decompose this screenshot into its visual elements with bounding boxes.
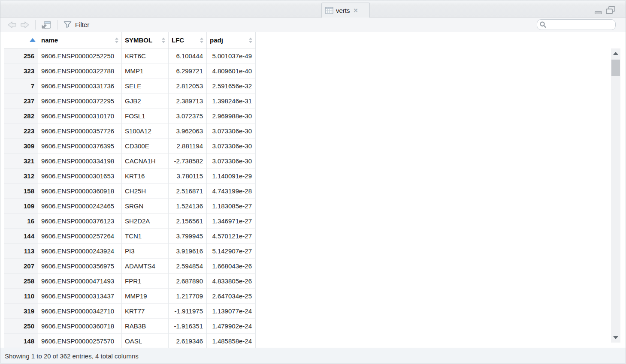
status-text: Showing 1 to 20 of 362 entries, 4 total … [5, 352, 139, 360]
cell-row-number: 282 [4, 108, 38, 123]
cell-row-number: 309 [4, 138, 38, 153]
column-header-lfc[interactable]: LFC [169, 32, 207, 48]
cell-row-number: 312 [4, 168, 38, 183]
sort-icon[interactable] [200, 37, 203, 43]
cell-lfc: 3.962063 [169, 123, 207, 138]
cell-row-number: 7 [4, 78, 38, 93]
scroll-down-icon[interactable] [613, 336, 618, 339]
table-icon [325, 7, 333, 14]
cell-row-number: 16 [4, 214, 38, 228]
table-row: 169606.ENSP00000376123SH2D2A2.1565611.34… [4, 214, 256, 229]
cell-lfc: 1.217709 [169, 289, 207, 303]
cell-symbol: PI3 [122, 244, 169, 258]
cell-name: 9606.ENSP00000243924 [38, 244, 122, 258]
cell-padj: 4.833805e-26 [207, 274, 256, 288]
cell-row-number: 323 [4, 63, 38, 78]
maximize-icon[interactable] [605, 6, 616, 15]
table-row: 3239606.ENSP00000322788MMP16.2997214.809… [4, 63, 256, 78]
vertical-scrollbar[interactable] [611, 48, 620, 343]
cell-row-number: 223 [4, 123, 38, 138]
cell-name: 9606.ENSP00000357726 [38, 123, 122, 138]
toolbar-separator [35, 20, 36, 30]
column-header-name[interactable]: name [38, 32, 122, 48]
table-row: 2569606.ENSP00000252250KRT6C6.1004445.00… [4, 48, 256, 63]
tab-verts[interactable]: verts ✕ [321, 3, 370, 18]
cell-name: 9606.ENSP00000257570 [38, 334, 122, 348]
table-row: 1489606.ENSP00000257570OASL2.6193461.485… [4, 334, 256, 348]
table-area: name SYMBOL LFC padj 2569606.ENSP0000025… [0, 32, 626, 348]
cell-symbol: CACNA1H [122, 153, 169, 168]
cell-name: 9606.ENSP00000360718 [38, 319, 122, 333]
cell-symbol: KRT77 [122, 304, 169, 318]
cell-name: 9606.ENSP00000313437 [38, 289, 122, 303]
table-row: 3099606.ENSP00000376395CD300E2.8811943.0… [4, 138, 256, 153]
cell-name: 9606.ENSP00000334198 [38, 153, 122, 168]
sort-icon[interactable] [162, 37, 165, 43]
toolbar-separator [57, 20, 57, 30]
forward-icon [20, 21, 30, 29]
cell-symbol: FOSL1 [122, 108, 169, 123]
table-row: 2589606.ENSP00000471493FPR12.6878904.833… [4, 274, 256, 289]
back-button[interactable] [6, 20, 18, 30]
cell-padj: 1.140091e-29 [207, 168, 256, 183]
cell-padj: 1.485858e-24 [207, 334, 256, 348]
column-label: name [41, 36, 58, 44]
cell-padj: 4.743199e-28 [207, 184, 256, 198]
cell-lfc: 1.524136 [169, 199, 207, 213]
column-header-symbol[interactable]: SYMBOL [122, 32, 169, 48]
filter-label: Filter [75, 21, 89, 28]
search-input[interactable] [548, 21, 613, 28]
cell-symbol: KRT16 [122, 168, 169, 183]
close-icon[interactable]: ✕ [354, 8, 358, 13]
forward-button[interactable] [18, 20, 31, 30]
popout-icon [41, 20, 52, 30]
scrollbar-thumb[interactable] [611, 60, 620, 76]
cell-name: 9606.ENSP00000257264 [38, 229, 122, 243]
table-row: 2509606.ENSP00000360718RAB3B-1.9163511.4… [4, 319, 256, 334]
tab-bar: verts ✕ [0, 0, 626, 18]
cell-row-number: 256 [4, 48, 38, 63]
filter-button[interactable]: Filter [61, 20, 91, 29]
scroll-up-icon[interactable] [613, 52, 618, 55]
tab-label: verts [336, 7, 350, 14]
table-body: 2569606.ENSP00000252250KRT6C6.1004445.00… [4, 48, 256, 348]
cell-symbol: CH25H [122, 184, 169, 198]
cell-name: 9606.ENSP00000471493 [38, 274, 122, 288]
cell-padj: 3.073306e-30 [207, 123, 256, 138]
cell-name: 9606.ENSP00000310170 [38, 108, 122, 123]
cell-symbol: TCN1 [122, 229, 169, 243]
cell-symbol: FPR1 [122, 274, 169, 288]
cell-lfc: 3.799945 [169, 229, 207, 243]
minimize-icon[interactable] [595, 11, 602, 14]
sort-icon[interactable] [115, 37, 118, 43]
cell-symbol: GJB2 [122, 93, 169, 108]
column-header-padj[interactable]: padj [207, 32, 256, 48]
table-row: 3219606.ENSP00000334198CACNA1H-2.7385823… [4, 153, 256, 168]
table-row: 79606.ENSP00000331736SELE2.8120532.59165… [4, 78, 256, 93]
cell-padj: 1.668043e-26 [207, 259, 256, 273]
table-row: 1099606.ENSP00000242465SRGN1.5241361.183… [4, 199, 256, 214]
search-icon [539, 21, 547, 28]
cell-row-number: 158 [4, 184, 38, 198]
cell-lfc: 2.516871 [169, 184, 207, 198]
table-header: name SYMBOL LFC padj [4, 32, 256, 48]
cell-lfc: -1.916351 [169, 319, 207, 333]
pane-edge [621, 32, 621, 348]
cell-lfc: -1.911975 [169, 304, 207, 318]
cell-name: 9606.ENSP00000322788 [38, 63, 122, 78]
popout-button[interactable] [39, 19, 53, 30]
cell-padj: 1.346971e-27 [207, 214, 256, 228]
cell-padj: 1.479902e-24 [207, 319, 256, 333]
cell-symbol: S100A12 [122, 123, 169, 138]
cell-symbol: SELE [122, 78, 169, 93]
table-row: 2079606.ENSP00000356975ADAMTS42.5948541.… [4, 259, 256, 274]
cell-row-number: 109 [4, 199, 38, 213]
cell-row-number: 319 [4, 304, 38, 318]
sort-icon[interactable] [249, 37, 252, 43]
cell-lfc: 6.299721 [169, 63, 207, 78]
column-header-rownames[interactable] [4, 32, 38, 48]
cell-row-number: 113 [4, 244, 38, 258]
cell-name: 9606.ENSP00000376395 [38, 138, 122, 153]
cell-symbol: OASL [122, 334, 169, 348]
table-row: 1589606.ENSP00000360918CH25H2.5168714.74… [4, 184, 256, 199]
